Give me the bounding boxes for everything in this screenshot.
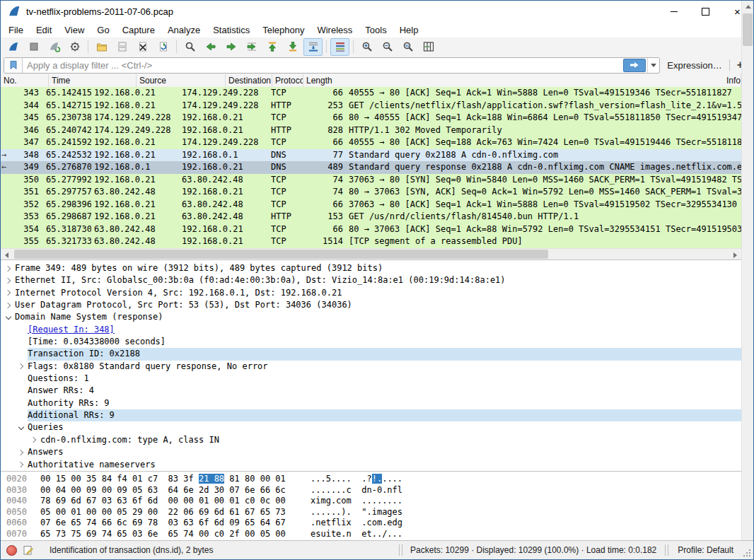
detail-line[interactable]: Domain Name System (response) <box>1 311 753 323</box>
detail-line[interactable]: Flags: 0x8180 Standard query response, N… <box>1 361 753 373</box>
menu-item[interactable]: View <box>58 23 91 37</box>
open-file-button[interactable] <box>92 38 111 56</box>
column-header[interactable]: Time <box>49 74 137 87</box>
hex-bytes[interactable]: 00 04 00 09 00 09 05 63 64 6e 2d 30 07 6… <box>40 485 295 496</box>
expand-chevron-icon[interactable] <box>2 303 15 308</box>
display-filter-input[interactable] <box>23 60 623 71</box>
packet-row[interactable]: 347 65.241592 192.168.0.21 174.129.249.2… <box>1 136 741 149</box>
go-to-packet-button[interactable] <box>242 38 261 56</box>
hex-bytes[interactable]: 07 6e 65 74 66 6c 69 78 03 63 6f 6d 09 6… <box>40 518 295 529</box>
expand-chevron-icon[interactable] <box>15 462 28 467</box>
menu-item[interactable]: Tools <box>359 23 393 37</box>
packet-row[interactable]: 351 65.297757 63.80.242.48 192.168.0.21 … <box>1 186 741 199</box>
hex-ascii[interactable]: ...5.... .?!..... <box>295 474 402 485</box>
detail-line[interactable]: Additional RRs: 9 <box>1 409 753 421</box>
hex-row[interactable]: 0030 00 04 00 09 00 09 05 63 64 6e 2d 30… <box>1 485 753 496</box>
column-header[interactable]: Info <box>724 74 741 87</box>
menu-item[interactable]: Help <box>393 23 425 37</box>
detail-line[interactable]: Answers <box>1 446 753 458</box>
column-header[interactable]: Source <box>137 74 226 87</box>
expand-chevron-icon[interactable] <box>2 291 15 295</box>
detail-line[interactable]: Frame 349: 489 bytes on wire (3912 bits)… <box>1 262 753 274</box>
detail-line[interactable]: [Request In: 348] <box>1 324 753 336</box>
go-first-packet-button[interactable] <box>262 38 282 56</box>
expand-chevron-icon[interactable] <box>15 450 28 455</box>
column-header[interactable]: No. <box>1 74 49 87</box>
go-last-packet-button[interactable] <box>283 38 302 56</box>
resize-columns-button[interactable] <box>419 38 438 56</box>
expand-chevron-icon[interactable] <box>2 279 15 283</box>
menu-item[interactable]: Analyze <box>161 23 207 37</box>
resize-grip[interactable] <box>742 548 751 557</box>
restart-capture-button[interactable] <box>45 38 64 56</box>
packet-row[interactable]: 354 65.318730 63.80.242.48 192.168.0.21 … <box>1 223 741 236</box>
detail-line[interactable]: [Time: 0.034338000 seconds] <box>1 336 753 348</box>
column-header[interactable]: Destination <box>226 74 272 87</box>
zoom-out-button[interactable] <box>378 38 397 56</box>
hex-row[interactable]: 0070 65 73 75 69 74 65 03 6e 65 74 00 c0… <box>1 529 753 540</box>
detail-line[interactable]: cdn-0.nflximg.com: type A, class IN <box>1 434 753 446</box>
filter-history-dropdown[interactable] <box>647 58 659 73</box>
detail-line[interactable]: Answer RRs: 4 <box>1 385 753 397</box>
hex-ascii[interactable]: .netflix .com.edg <box>295 518 402 529</box>
packet-row[interactable]: →348 65.242532 192.168.0.21 192.168.0.1 … <box>1 149 741 162</box>
stop-capture-button[interactable] <box>24 38 43 56</box>
hex-bytes[interactable]: 00 15 00 35 84 f4 01 c7 83 3f 21 88 81 8… <box>40 474 295 485</box>
hex-ascii[interactable]: ......). ".images <box>295 507 402 518</box>
capture-comment-icon[interactable] <box>23 544 34 556</box>
packet-row[interactable]: 346 65.240742 174.129.249.228 192.168.0.… <box>1 124 741 137</box>
packet-row[interactable]: 352 65.298396 192.168.0.21 63.80.242.48 … <box>1 199 741 211</box>
zoom-original-button[interactable] <box>398 38 417 56</box>
packet-row[interactable]: 355 65.321733 63.80.242.48 192.168.0.21 … <box>1 235 741 248</box>
detail-line[interactable]: Transaction ID: 0x2188 <box>1 348 753 360</box>
hex-bytes[interactable]: 05 00 01 00 00 05 29 00 22 06 69 6d 61 6… <box>40 507 295 518</box>
hex-row[interactable]: 0020 00 15 00 35 84 f4 01 c7 83 3f 21 88… <box>1 474 753 485</box>
hex-bytes[interactable]: 65 73 75 69 74 65 03 6e 65 74 00 c0 2f 0… <box>40 529 295 540</box>
scrollbar-track[interactable] <box>13 249 729 259</box>
menu-item[interactable]: Edit <box>30 23 58 37</box>
hex-ascii[interactable]: .......c dn-0.nfl <box>295 485 402 496</box>
detail-line[interactable]: Authoritative nameservers <box>1 459 753 471</box>
packet-row[interactable]: 350 65.277992 192.168.0.21 63.80.242.48 … <box>1 174 741 187</box>
minimize-button[interactable] <box>658 1 690 22</box>
hex-ascii[interactable]: esuite.n et../... <box>295 529 402 540</box>
column-header[interactable]: Length <box>303 74 724 87</box>
detail-line[interactable]: Questions: 1 <box>1 373 753 385</box>
scrollbar-thumb[interactable] <box>743 13 753 46</box>
hex-ascii[interactable]: ximg.com ........ <box>295 496 402 507</box>
zoom-in-button[interactable] <box>357 38 376 56</box>
auto-scroll-button[interactable] <box>303 38 323 56</box>
scroll-up-button[interactable] <box>742 1 754 13</box>
save-file-button[interactable]: 010 <box>112 38 132 56</box>
profile-selector[interactable]: Profile: Default <box>678 545 733 555</box>
hex-row[interactable]: 0050 05 00 01 00 00 05 29 00 22 06 69 6d… <box>1 507 753 518</box>
expand-chevron-icon[interactable] <box>2 267 15 271</box>
reload-file-button[interactable] <box>153 38 173 56</box>
detail-line[interactable]: Authority RRs: 9 <box>1 397 753 409</box>
go-back-button[interactable] <box>201 38 220 56</box>
expand-chevron-icon[interactable] <box>15 425 28 431</box>
capture-options-button[interactable] <box>65 38 84 56</box>
hex-row[interactable]: 0060 07 6e 65 74 66 6c 69 78 03 63 6f 6d… <box>1 518 753 529</box>
apply-filter-button[interactable] <box>623 59 646 72</box>
menu-item[interactable]: File <box>2 23 30 37</box>
detail-line[interactable]: User Datagram Protocol, Src Port: 53 (53… <box>1 299 753 311</box>
packet-row[interactable]: 343 65.142415 192.168.0.21 174.129.249.2… <box>1 87 741 100</box>
filter-bookmark-button[interactable] <box>4 58 23 73</box>
maximize-button[interactable] <box>690 1 721 22</box>
bytes-vertical-scrollbar[interactable] <box>741 1 753 559</box>
detail-line[interactable]: Internet Protocol Version 4, Src: 192.16… <box>1 287 753 299</box>
packet-row[interactable]: ←349 65.276870 192.168.0.1 192.168.0.21 … <box>1 161 741 174</box>
menu-item[interactable]: Capture <box>116 23 161 37</box>
close-file-button[interactable] <box>133 38 152 56</box>
column-header[interactable]: Protocol <box>272 74 303 87</box>
hex-bytes[interactable]: 78 69 6d 67 03 63 6f 6d 00 00 01 00 01 c… <box>40 496 295 507</box>
hex-row[interactable]: 0040 78 69 6d 67 03 63 6f 6d 00 00 01 00… <box>1 496 753 507</box>
expand-chevron-icon[interactable] <box>2 315 15 321</box>
detail-line[interactable]: Ethernet II, Src: Globalsc_00:3b:0a (f0:… <box>1 274 753 286</box>
expand-chevron-icon[interactable] <box>15 364 28 368</box>
menu-item[interactable]: Go <box>91 23 115 37</box>
packet-row[interactable]: 353 65.298687 192.168.0.21 63.80.242.48 … <box>1 211 741 223</box>
find-packet-button[interactable] <box>180 38 199 56</box>
menu-item[interactable]: Telephony <box>256 23 311 37</box>
